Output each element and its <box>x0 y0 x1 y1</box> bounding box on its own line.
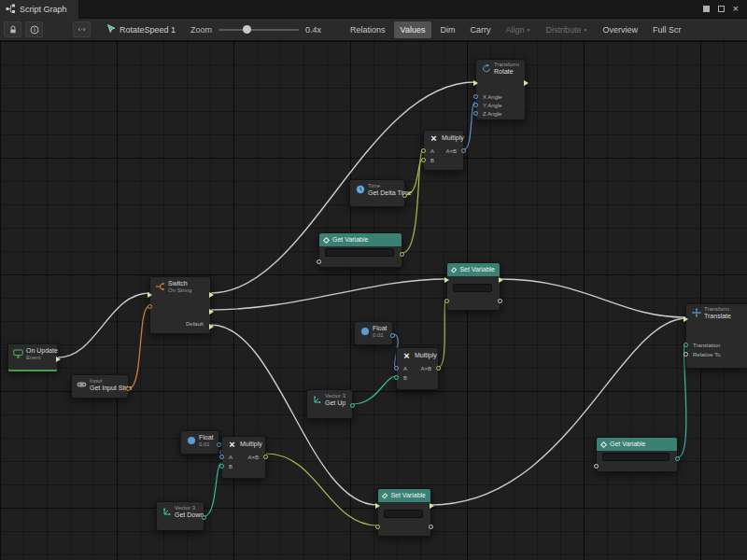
port-vector-out[interactable] <box>350 403 355 408</box>
node-get-delta-time[interactable]: Time Get Delta Time <box>349 179 405 207</box>
tab-script-graph[interactable]: Script Graph <box>0 0 79 19</box>
variable-name-field[interactable] <box>602 453 669 461</box>
values-button[interactable]: Values <box>394 21 432 38</box>
node-multiply-mid[interactable]: × Multiply A A×B B <box>396 347 439 390</box>
port-value-in[interactable] <box>444 299 449 303</box>
node-vector3-get-up[interactable]: Vector 3 Get Up <box>306 389 353 419</box>
window-maximize-icon[interactable] <box>718 6 725 12</box>
rotate-icon <box>481 63 491 74</box>
port-x-in[interactable] <box>473 94 478 99</box>
port-value-out[interactable] <box>675 456 680 461</box>
node-translate[interactable]: Transform Translate Translation Relative… <box>685 303 747 369</box>
port-value-out[interactable] <box>498 299 502 303</box>
port-flow-in[interactable] <box>375 503 380 509</box>
node-switch-on-string[interactable]: Switch On String Default <box>149 276 211 334</box>
port-a-in[interactable] <box>394 366 399 371</box>
port-value-out[interactable] <box>429 525 433 529</box>
port-result-out[interactable] <box>263 455 268 459</box>
info-button[interactable] <box>25 21 43 37</box>
port-result-out[interactable] <box>436 366 441 371</box>
node-float-bottom[interactable]: Float 0.01 <box>180 430 219 455</box>
port-flow-out-2[interactable] <box>209 309 214 315</box>
port-string-out[interactable] <box>126 386 131 391</box>
wire-value-vector3up-to-multiply[interactable] <box>353 376 396 404</box>
node-float-mid[interactable]: Float 0.01 <box>354 321 393 345</box>
port-flow-in[interactable] <box>473 80 478 86</box>
clock-icon <box>355 185 365 195</box>
wire-value-getvar-to-multiply[interactable] <box>402 149 423 253</box>
variable-name-field[interactable] <box>325 248 394 257</box>
multiply-icon: × <box>227 440 237 450</box>
window-close-icon[interactable]: × <box>733 4 739 14</box>
wire-value-multiply-to-setvar-mid[interactable] <box>439 300 446 367</box>
zoom-slider[interactable] <box>218 23 299 36</box>
code-toggle-button[interactable]: ‹·› <box>73 21 91 37</box>
port-b-in[interactable] <box>219 464 224 469</box>
port-flow-out-default[interactable] <box>209 324 214 329</box>
graph-toolbar: ‹·› RotateSpeed 1 Zoom 0.4x Relations Va… <box>0 19 747 41</box>
port-name-in[interactable] <box>594 464 599 469</box>
graph-canvas[interactable]: On Update Event Input Get Input Strin Sw… <box>0 41 747 560</box>
node-rotate[interactable]: Transform Rotate X Angle Y Angle Z Angle <box>475 59 526 120</box>
node-title: On Update <box>26 347 58 355</box>
node-get-input[interactable]: Input Get Input Strin <box>71 374 129 399</box>
zoom-label: Zoom <box>190 25 212 35</box>
wire-value-vector3down-to-multiply[interactable] <box>204 463 221 516</box>
node-multiply-top[interactable]: × Multiply A A×B B <box>423 130 464 171</box>
variable-name-field[interactable] <box>453 284 492 292</box>
port-name-in[interactable] <box>317 259 321 264</box>
port-flow-out[interactable] <box>56 357 61 362</box>
port-a-in[interactable] <box>421 148 426 153</box>
node-multiply-bottom[interactable]: × Multiply A A×B B <box>221 436 266 479</box>
overview-button[interactable]: Overview <box>596 21 644 38</box>
variable-name-field[interactable] <box>384 510 423 518</box>
node-get-variable-right[interactable]: Get Variable <box>596 437 678 472</box>
port-flow-in[interactable] <box>444 277 449 283</box>
window-menu-icon[interactable] <box>703 6 710 12</box>
wire-flow-setvar-mid-to-translate[interactable] <box>500 279 685 317</box>
info-icon <box>30 25 39 35</box>
wire-value-multiply-to-rotate[interactable] <box>464 102 475 149</box>
wire-string-input-to-switch[interactable] <box>129 306 149 388</box>
port-relative-in[interactable] <box>684 352 688 357</box>
fullscreen-button[interactable]: Full Scr <box>646 21 688 38</box>
port-a-in[interactable] <box>219 455 224 459</box>
port-b-in[interactable] <box>394 375 399 380</box>
port-b-in[interactable] <box>421 158 426 162</box>
lock-button[interactable] <box>4 21 21 37</box>
chevron-down-icon: ▼ <box>583 27 587 33</box>
port-flow-out[interactable] <box>499 277 503 283</box>
wire-flow-setvar-bottom-to-translate[interactable] <box>431 318 685 505</box>
node-get-variable-top[interactable]: Get Variable <box>318 232 402 268</box>
port-y-in[interactable] <box>473 103 478 107</box>
wire-flow-update-to-switch[interactable] <box>58 293 149 357</box>
align-dropdown[interactable]: Align▼ <box>499 21 537 38</box>
port-vector-out[interactable] <box>202 515 206 520</box>
node-vector3-get-down[interactable]: Vector 3 Get Down <box>156 501 204 531</box>
distribute-dropdown[interactable]: Distribute▼ <box>539 21 594 38</box>
relations-button[interactable]: Relations <box>344 21 392 38</box>
multiply-icon: × <box>402 351 412 361</box>
port-label-result: A×B <box>247 455 259 460</box>
graph-breadcrumb[interactable]: RotateSpeed 1 <box>106 24 176 35</box>
port-flow-out[interactable] <box>430 503 434 509</box>
port-flow-in[interactable] <box>148 292 152 298</box>
port-flow-out-1[interactable] <box>209 292 214 298</box>
zoom-slider-thumb[interactable] <box>243 25 251 34</box>
port-translation-in[interactable] <box>684 343 688 347</box>
dim-button[interactable]: Dim <box>433 21 461 38</box>
port-flow-in[interactable] <box>684 316 688 322</box>
node-on-update[interactable]: On Update Event <box>7 343 58 371</box>
port-float-out[interactable] <box>402 193 407 198</box>
node-title: Get Up <box>325 399 345 407</box>
node-set-variable-bottom[interactable]: Set Variable <box>377 488 431 537</box>
port-value-in[interactable] <box>375 525 380 529</box>
port-value-out[interactable] <box>400 252 404 257</box>
port-z-in[interactable] <box>473 111 478 116</box>
carry-button[interactable]: Carry <box>463 21 497 38</box>
port-result-out[interactable] <box>461 148 466 153</box>
port-flow-out[interactable] <box>524 80 529 86</box>
port-float-out[interactable] <box>390 333 395 338</box>
port-string-in[interactable] <box>148 304 152 309</box>
node-set-variable-mid[interactable]: Set Variable <box>446 262 500 311</box>
